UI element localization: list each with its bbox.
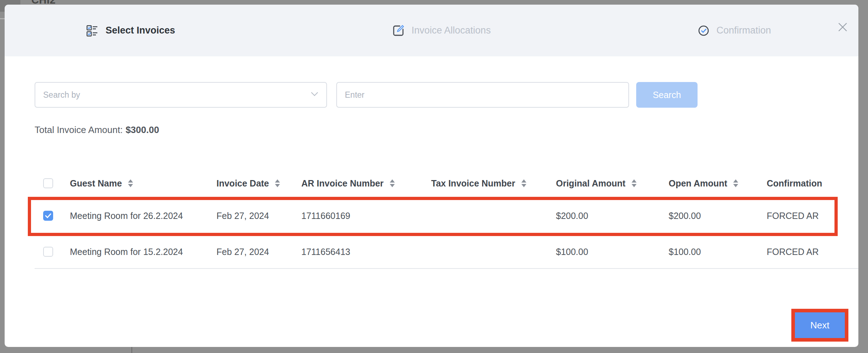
background-page-title: CHI2 [31,0,56,5]
cell-confirmation: FORCED AR [767,211,858,221]
cell-ar-invoice-number: 1711660169 [301,211,431,221]
chevron-down-icon [311,92,318,98]
cell-invoice-date: Feb 27, 2024 [216,247,301,257]
column-header-ar-invoice-number[interactable]: AR Invoice Number [301,178,431,189]
cell-open-amount: $200.00 [669,211,767,221]
column-header-original-amount[interactable]: Original Amount [556,178,669,189]
column-header-invoice-date[interactable]: Invoice Date [216,178,301,189]
search-value-input[interactable] [336,82,629,108]
column-header-guest-name[interactable]: Guest Name [70,178,216,189]
row-checkbox[interactable] [43,247,53,257]
cell-invoice-date: Feb 27, 2024 [216,211,301,221]
total-invoice-amount: Total Invoice Amount:$300.00 [35,124,159,135]
background-divider [0,18,5,19]
search-by-select[interactable] [35,82,327,108]
edit-icon [392,24,405,37]
table-row[interactable]: Meeting Room for 26.2.2024 Feb 27, 2024 … [35,196,858,235]
step-label: Confirmation [716,25,771,36]
check-circle-icon [698,25,710,37]
cell-original-amount: $200.00 [556,211,669,221]
close-icon[interactable] [837,21,849,33]
search-button[interactable]: Search [636,82,698,108]
sort-icon[interactable] [521,179,526,187]
total-invoice-amount-value: $300.00 [126,124,159,135]
total-invoice-amount-label: Total Invoice Amount: [35,124,123,135]
column-header-open-amount[interactable]: Open Amount [669,178,767,189]
checklist-icon [86,24,99,37]
column-header-tax-invoice-number[interactable]: Tax Invoice Number [431,178,556,189]
column-header-confirmation[interactable]: Confirmation N [767,178,858,189]
next-button[interactable]: Next [795,312,845,338]
search-by-select-value[interactable] [35,83,311,107]
table-header-row: Guest Name Invoice Date AR Invoice Numbe… [35,170,858,196]
highlight-rectangle-next: Next [791,309,848,342]
sort-icon[interactable] [128,179,133,187]
cell-ar-invoice-number: 1711656413 [301,247,431,257]
select-all-checkbox[interactable] [43,178,53,188]
sort-icon[interactable] [733,179,738,187]
invoices-table: Guest Name Invoice Date AR Invoice Numbe… [35,170,858,269]
table-row[interactable]: Meeting Room for 15.2.2024 Feb 27, 2024 … [35,235,858,269]
cell-original-amount: $100.00 [556,247,669,257]
step-label: Invoice Allocations [412,25,491,36]
cell-guest-name: Meeting Room for 26.2.2024 [70,211,216,221]
cell-open-amount: $100.00 [669,247,767,257]
sort-icon[interactable] [632,179,637,187]
step-label: Select Invoices [106,25,175,36]
step-invoice-allocations[interactable]: Invoice Allocations [392,5,491,56]
sort-icon[interactable] [275,179,280,187]
background-page-title-text: CHI2 [31,0,56,5]
row-checkbox[interactable] [43,211,53,221]
cell-confirmation: FORCED AR [767,247,858,257]
wizard-steps-header: Select Invoices Invoice Allocations Conf… [5,5,858,56]
sort-icon[interactable] [390,179,395,187]
cell-guest-name: Meeting Room for 15.2.2024 [70,247,216,257]
step-confirmation[interactable]: Confirmation [698,5,771,56]
step-select-invoices[interactable]: Select Invoices [86,5,175,56]
background-divider [131,347,132,353]
select-invoices-modal: Select Invoices Invoice Allocations Conf… [5,5,858,347]
